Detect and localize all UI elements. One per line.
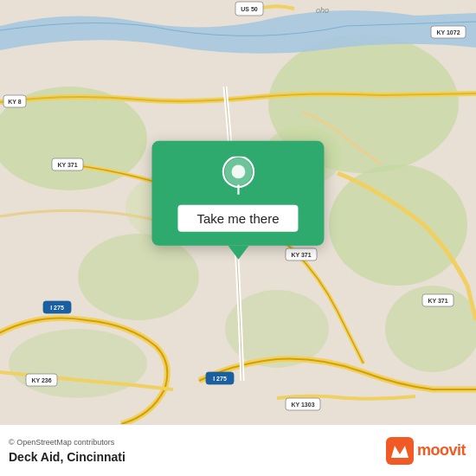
svg-text:I 275: I 275 xyxy=(50,305,64,311)
moovit-logo: moovit xyxy=(386,437,466,465)
svg-text:KY 236: KY 236 xyxy=(31,377,51,383)
svg-point-3 xyxy=(329,164,467,286)
svg-text:KY 371: KY 371 xyxy=(428,298,447,304)
svg-text:KY 371: KY 371 xyxy=(57,162,77,168)
svg-text:I 275: I 275 xyxy=(213,376,227,382)
popup-arrow xyxy=(228,246,248,260)
svg-text:US 50: US 50 xyxy=(241,6,258,12)
location-pin-icon xyxy=(219,157,257,195)
moovit-brand-icon xyxy=(386,437,414,465)
svg-point-34 xyxy=(231,164,245,178)
moovit-brand-name: moovit xyxy=(417,441,466,460)
svg-point-6 xyxy=(9,329,147,398)
svg-text:KY 1072: KY 1072 xyxy=(436,29,460,35)
popup-overlay: Take me there xyxy=(151,141,324,260)
bottom-bar: © OpenStreetMap contributors Deck Aid, C… xyxy=(0,424,476,476)
location-name: Deck Aid, Cincinnati xyxy=(9,450,125,464)
osm-credit: © OpenStreetMap contributors xyxy=(9,438,125,447)
svg-text:oho: oho xyxy=(316,6,329,15)
svg-rect-35 xyxy=(386,437,414,465)
map-container: US 50 KY 8 KY 371 KY 371 KY 371 KY 1072 … xyxy=(0,0,476,424)
take-me-there-button[interactable]: Take me there xyxy=(177,205,298,232)
svg-text:KY 1303: KY 1303 xyxy=(291,402,314,408)
popup-box: Take me there xyxy=(151,141,324,246)
svg-text:KY 8: KY 8 xyxy=(8,99,22,105)
bottom-left: © OpenStreetMap contributors Deck Aid, C… xyxy=(9,438,125,464)
